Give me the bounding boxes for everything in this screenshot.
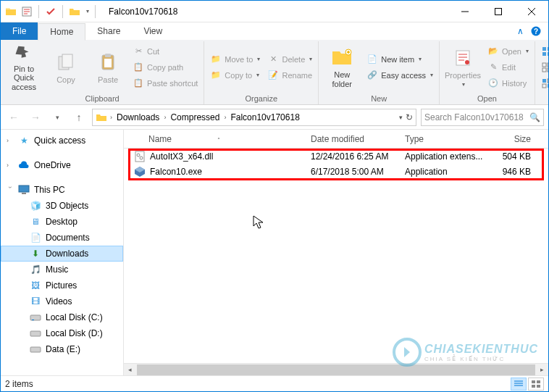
svg-text:?: ? <box>534 28 538 36</box>
group-label-select: Select <box>538 93 549 104</box>
select-all-button[interactable]: Select all <box>538 44 549 59</box>
minimize-button[interactable] <box>448 1 482 22</box>
nav-onedrive[interactable]: ›OneDrive <box>1 157 123 173</box>
nav-pictures[interactable]: 🖼Pictures <box>1 278 123 293</box>
new-folder-button[interactable]: New folder <box>322 43 362 91</box>
edit-button[interactable]: ✎Edit <box>485 60 532 75</box>
address-bar[interactable]: › Downloads › Compressed › Falcon10v1706… <box>92 109 416 126</box>
group-label-open: Open <box>443 93 532 104</box>
back-button[interactable]: ← <box>5 109 22 126</box>
maximize-button[interactable] <box>482 1 515 22</box>
close-button[interactable] <box>515 1 548 22</box>
scroll-left-icon[interactable]: ◂ <box>124 364 136 376</box>
easy-access-button[interactable]: 🔗Easy access▾ <box>364 68 436 83</box>
checkmark-icon[interactable] <box>45 6 56 17</box>
chevron-right-icon[interactable]: › <box>164 114 166 121</box>
chevron-right-icon[interactable]: › <box>110 114 112 121</box>
chevron-down-icon[interactable]: ▾ <box>399 114 403 121</box>
delete-button[interactable]: ✕Delete▾ <box>264 52 315 67</box>
drive-icon <box>30 328 41 339</box>
nav-documents[interactable]: 📄Documents <box>1 230 123 246</box>
pin-quick-access-button[interactable]: Pin to Quick access <box>4 43 44 91</box>
search-input[interactable]: Search Falcon10v170618 🔍 <box>421 109 544 126</box>
rename-button[interactable]: 📝Rename <box>264 68 315 83</box>
new-item-icon: 📄 <box>366 54 378 65</box>
file-row[interactable]: AutoItX3_x64.dll 12/24/2016 6:25 AM Appl… <box>124 149 548 164</box>
new-item-button[interactable]: 📄New item▾ <box>364 52 436 67</box>
file-date: 12/24/2016 6:25 AM <box>311 151 405 162</box>
chevron-right-icon[interactable]: › <box>224 114 226 121</box>
paste-button[interactable]: Paste <box>88 43 128 91</box>
tab-home[interactable]: Home <box>38 23 85 41</box>
nav-local-d[interactable]: Local Disk (D:) <box>1 325 123 341</box>
nav-data-e[interactable]: Data (E:) <box>1 341 123 357</box>
select-all-icon <box>541 46 549 57</box>
tab-view[interactable]: View <box>132 22 174 40</box>
cursor-icon <box>253 215 264 230</box>
scroll-right-icon[interactable]: ▸ <box>536 364 548 376</box>
nav-downloads[interactable]: ⬇Downloads <box>1 246 123 262</box>
large-icons-view-button[interactable] <box>528 378 544 391</box>
nav-3d-objects[interactable]: 🧊3D Objects <box>1 198 123 214</box>
paste-shortcut-icon: 📋 <box>133 78 144 89</box>
sort-asc-icon: ˄ <box>217 137 220 143</box>
nav-this-pc[interactable]: ›This PC <box>1 182 123 198</box>
copy-button[interactable]: Copy <box>46 43 86 91</box>
nav-videos[interactable]: 🎞Videos <box>1 293 123 309</box>
nav-quick-access[interactable]: ›★Quick access <box>1 133 123 149</box>
details-view-button[interactable] <box>511 378 527 391</box>
refresh-icon[interactable]: ↻ <box>406 112 413 122</box>
select-none-button[interactable]: Select none <box>538 60 549 75</box>
nav-music[interactable]: 🎵Music <box>1 262 123 278</box>
col-header-name[interactable]: Name ˄ <box>124 134 311 144</box>
svg-rect-16 <box>542 63 546 67</box>
properties-icon[interactable] <box>21 6 33 17</box>
paste-shortcut-button[interactable]: 📋Paste shortcut <box>130 76 201 91</box>
recent-locations-button[interactable]: ▾ <box>49 109 66 126</box>
svg-rect-36 <box>537 385 540 388</box>
music-icon: 🎵 <box>30 264 41 275</box>
cut-button[interactable]: ✂Cut <box>130 44 201 59</box>
folder-small-icon[interactable] <box>69 6 80 17</box>
copy-to-button[interactable]: 📁Copy to▾ <box>207 68 263 83</box>
copy-path-button[interactable]: 📋Copy path <box>130 60 201 75</box>
svg-rect-25 <box>22 193 26 194</box>
open-icon: 📂 <box>487 46 499 57</box>
history-button[interactable]: 🕑History <box>485 76 532 91</box>
file-type: Application <box>405 167 492 177</box>
file-date: 6/17/2018 5:00 AM <box>311 167 405 177</box>
col-header-type[interactable]: Type <box>405 134 492 144</box>
svg-rect-22 <box>542 84 546 88</box>
nav-local-c[interactable]: Local Disk (C:) <box>1 309 123 325</box>
tab-share[interactable]: Share <box>85 22 132 40</box>
svg-rect-1 <box>495 8 502 14</box>
qat-dropdown-icon[interactable]: ▾ <box>86 8 89 14</box>
move-to-button[interactable]: 📁Move to▾ <box>207 52 263 67</box>
invert-selection-button[interactable]: Invert selection <box>538 76 549 91</box>
col-header-size[interactable]: Size <box>492 134 535 144</box>
copy-icon <box>54 51 77 74</box>
horizontal-scrollbar[interactable]: ◂ ▸ <box>124 363 548 375</box>
up-button[interactable]: ↑ <box>70 109 88 126</box>
group-clipboard: Pin to Quick access Copy Paste ✂Cut 📋Cop… <box>1 41 204 104</box>
tab-file[interactable]: File <box>1 22 38 40</box>
col-header-date[interactable]: Date modified <box>311 134 405 144</box>
file-row[interactable]: Falcon10.exe 6/17/2018 5:00 AM Applicati… <box>124 164 548 179</box>
breadcrumb-item[interactable]: Downloads <box>115 112 161 122</box>
properties-button[interactable]: Properties▾ <box>443 43 483 91</box>
file-size: 504 KB <box>492 151 535 162</box>
window-title: Falcon10v170618 <box>101 7 177 17</box>
forward-button[interactable]: → <box>27 109 44 126</box>
breadcrumb-item[interactable]: Falcon10v170618 <box>229 112 301 122</box>
history-icon: 🕑 <box>487 78 499 89</box>
svg-rect-27 <box>32 320 34 320</box>
scrollbar-thumb[interactable] <box>137 364 535 375</box>
open-button[interactable]: 📂Open▾ <box>485 44 532 59</box>
breadcrumb-item[interactable]: Compressed <box>169 112 221 122</box>
collapse-ribbon-icon[interactable]: ∧ <box>517 26 524 36</box>
navigation-pane[interactable]: ›★Quick access ›OneDrive ›This PC 🧊3D Ob… <box>1 130 124 378</box>
help-icon[interactable]: ? <box>531 26 541 36</box>
svg-rect-8 <box>104 59 112 67</box>
nav-desktop[interactable]: 🖥Desktop <box>1 214 123 230</box>
search-icon[interactable]: 🔍 <box>529 112 540 122</box>
